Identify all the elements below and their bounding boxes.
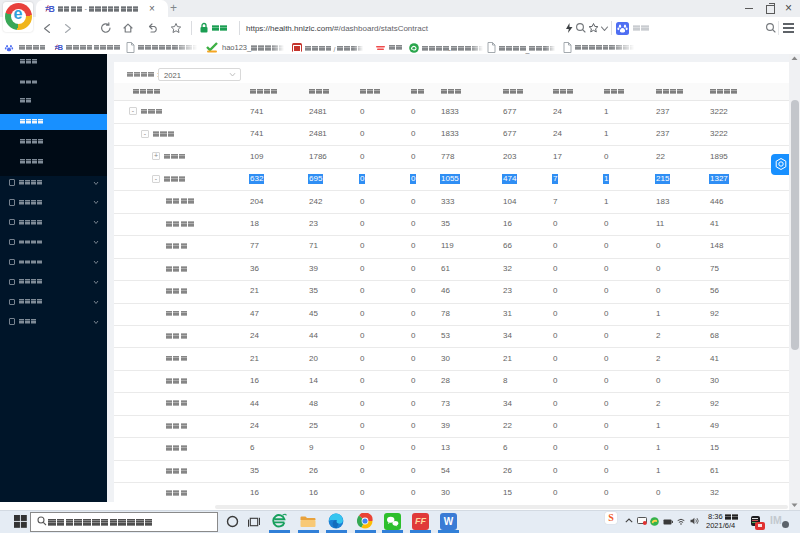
svg-text:B: B: [49, 4, 55, 14]
svg-text:B: B: [57, 43, 63, 52]
